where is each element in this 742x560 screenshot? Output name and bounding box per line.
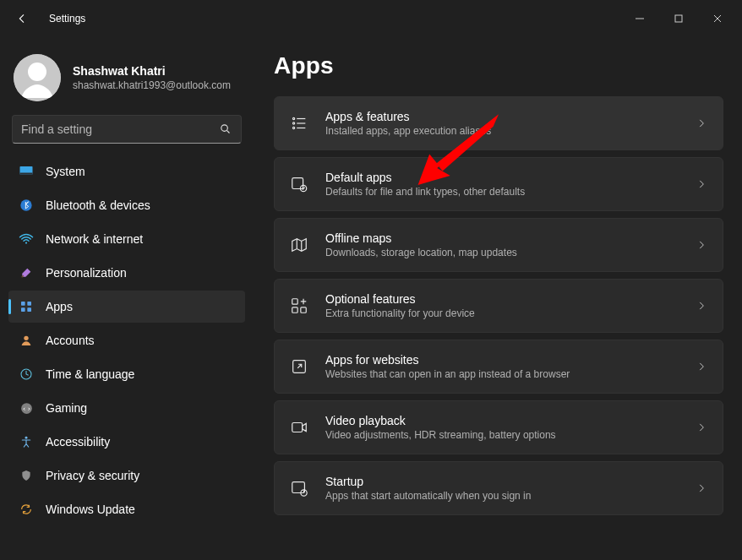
nav-label: Bluetooth & devices (46, 198, 150, 212)
card-startup[interactable]: StartupApps that start automatically whe… (274, 461, 723, 515)
nav-label: System (46, 165, 85, 178)
map-icon (290, 236, 308, 254)
sidebar-item-privacy[interactable]: Privacy & security (8, 459, 245, 492)
svg-point-16 (292, 117, 294, 119)
sidebar-item-network[interactable]: Network & internet (8, 223, 245, 255)
card-title: Optional features (325, 292, 679, 306)
sidebar-item-personalization[interactable]: Personalization (8, 257, 245, 289)
gaming-icon (19, 400, 34, 416)
brush-icon (19, 265, 34, 280)
startup-icon (290, 479, 308, 497)
card-title: Apps for websites (325, 353, 679, 367)
nav-label: Accessibility (46, 435, 110, 449)
sidebar-item-gaming[interactable]: Gaming (8, 392, 245, 424)
default-apps-icon (290, 175, 308, 193)
user-email: shashwat.khatri1993@outlook.com (73, 79, 231, 91)
wifi-icon (19, 231, 34, 247)
chevron-right-icon (696, 482, 707, 494)
svg-rect-19 (292, 178, 303, 189)
close-button[interactable] (698, 5, 737, 32)
search-input-wrap[interactable] (12, 115, 242, 144)
svg-rect-9 (27, 302, 31, 306)
svg-point-3 (221, 125, 228, 132)
card-apps-features[interactable]: Apps & featuresInstalled apps, app execu… (274, 96, 723, 150)
svg-point-7 (25, 242, 27, 243)
svg-rect-21 (292, 299, 297, 304)
maximize-button[interactable] (659, 5, 698, 32)
card-title: Offline maps (325, 231, 679, 245)
svg-point-12 (24, 336, 28, 340)
update-icon (19, 502, 34, 517)
svg-rect-11 (27, 307, 31, 312)
svg-rect-8 (21, 302, 25, 306)
card-sub: Extra functionality for your device (325, 307, 679, 319)
card-title: Default apps (325, 171, 679, 184)
minimize-button[interactable] (620, 5, 659, 32)
apps-icon (19, 299, 34, 314)
video-icon (290, 418, 308, 437)
card-title: Startup (325, 475, 679, 488)
card-default-apps[interactable]: Default appsDefaults for file and link t… (274, 157, 723, 211)
grid-plus-icon (290, 296, 308, 315)
accessibility-icon (19, 434, 34, 449)
card-video-playback[interactable]: Video playbackVideo adjustments, HDR str… (274, 400, 723, 454)
search-icon (219, 122, 232, 136)
nav-label: Time & language (46, 367, 134, 381)
svg-rect-0 (675, 15, 682, 22)
card-sub: Video adjustments, HDR streaming, batter… (325, 429, 679, 441)
sidebar-item-bluetooth[interactable]: Bluetooth & devices (8, 189, 245, 221)
card-sub: Websites that can open in an app instead… (325, 368, 679, 380)
chevron-right-icon (696, 239, 707, 251)
back-button[interactable] (14, 10, 30, 27)
main-content: Apps Apps & featuresInstalled apps, app … (254, 37, 742, 560)
nav-list: System Bluetooth & devices Network & int… (7, 155, 247, 525)
card-title: Video playback (325, 414, 679, 427)
avatar (14, 54, 61, 101)
page-title: Apps (274, 52, 723, 79)
svg-point-6 (20, 199, 31, 210)
chevron-right-icon (696, 421, 707, 433)
sidebar-item-time[interactable]: Time & language (8, 358, 245, 390)
card-apps-for-websites[interactable]: Apps for websitesWebsites that can open … (274, 340, 723, 394)
bluetooth-icon (19, 198, 34, 213)
nav-label: Network & internet (46, 232, 143, 246)
svg-point-17 (292, 122, 294, 124)
person-icon (19, 333, 34, 348)
sidebar-item-system[interactable]: System (8, 155, 245, 188)
card-sub: Installed apps, app execution aliases (325, 125, 679, 137)
chevron-right-icon (696, 300, 707, 312)
card-sub: Apps that start automatically when you s… (325, 490, 679, 502)
svg-point-15 (25, 437, 28, 439)
window-controls (620, 5, 737, 32)
sidebar: Shashwat Khatri shashwat.khatri1993@outl… (0, 37, 254, 560)
chevron-right-icon (696, 117, 707, 129)
nav-label: Windows Update (46, 503, 135, 516)
chevron-right-icon (696, 178, 707, 190)
nav-label: Personalization (46, 266, 127, 280)
sidebar-item-apps[interactable]: Apps (8, 291, 245, 323)
card-sub: Defaults for file and link types, other … (325, 186, 679, 198)
svg-rect-10 (21, 307, 25, 312)
nav-label: Apps (46, 300, 73, 313)
sidebar-item-accessibility[interactable]: Accessibility (8, 426, 245, 458)
titlebar: Settings (0, 0, 742, 37)
shield-icon (19, 468, 34, 483)
user-profile[interactable]: Shashwat Khatri shashwat.khatri1993@outl… (7, 47, 247, 115)
nav-label: Privacy & security (46, 469, 139, 482)
svg-rect-23 (301, 307, 306, 313)
card-optional-features[interactable]: Optional featuresExtra functionality for… (274, 279, 723, 333)
svg-rect-22 (292, 307, 297, 313)
svg-point-18 (292, 127, 294, 128)
search-input[interactable] (21, 122, 219, 136)
svg-point-14 (21, 403, 32, 414)
svg-point-2 (28, 63, 46, 81)
sidebar-item-accounts[interactable]: Accounts (8, 324, 245, 356)
chevron-right-icon (696, 361, 707, 372)
sidebar-item-windows-update[interactable]: Windows Update (8, 493, 245, 525)
nav-label: Accounts (46, 334, 95, 347)
system-icon (19, 164, 34, 179)
card-offline-maps[interactable]: Offline mapsDownloads, storage location,… (274, 218, 723, 272)
svg-rect-5 (20, 173, 33, 175)
open-external-icon (290, 357, 308, 376)
nav-label: Gaming (46, 401, 87, 415)
